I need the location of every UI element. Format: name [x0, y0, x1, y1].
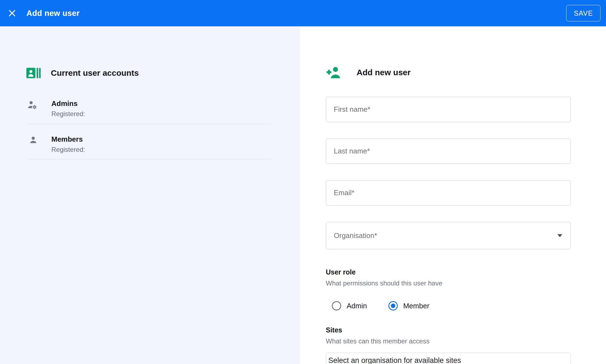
user-role-hint: What permissions should this user have [326, 279, 606, 287]
add-new-user-screen: Add new user SAVE Current user accounts [0, 0, 606, 364]
page-title: Add new user [26, 9, 80, 18]
chevron-down-icon [557, 234, 562, 237]
user-accounts-card-icon [26, 68, 41, 79]
group-label-members: Members [51, 135, 85, 144]
add-user-form-panel: Add new user Organisation* User role Wha… [300, 26, 606, 364]
divider [27, 124, 271, 124]
organisation-placeholder: Organisation* [334, 231, 377, 240]
top-app-bar: Add new user SAVE [0, 0, 606, 26]
role-radio-member[interactable]: Member [388, 301, 429, 310]
first-name-input[interactable] [326, 97, 571, 122]
user-role-radio-group: Admin Member [326, 301, 606, 311]
radio-admin-icon[interactable] [332, 301, 341, 310]
person-add-icon [326, 67, 341, 78]
current-users-panel: Current user accounts [0, 26, 300, 364]
close-button[interactable] [6, 7, 18, 19]
user-group-admins: Admins Registered: [27, 99, 300, 124]
sites-select[interactable]: Select an organisation for available sit… [326, 353, 571, 364]
sites-hint: What sites can this member access [326, 337, 606, 345]
group-registered-members: Registered: [51, 145, 85, 154]
sites-heading: Sites [326, 326, 606, 334]
current-users-header: Current user accounts [27, 66, 300, 80]
group-registered-admins: Registered: [51, 110, 85, 118]
organisation-select[interactable]: Organisation* [326, 222, 571, 249]
current-users-heading: Current user accounts [51, 68, 139, 78]
manage-accounts-icon [27, 99, 51, 110]
user-group-members: Members Registered: [27, 135, 300, 159]
role-admin-label: Admin [347, 302, 367, 310]
close-icon [8, 9, 16, 17]
add-user-heading: Add new user [357, 68, 411, 77]
role-member-label: Member [403, 302, 429, 310]
sites-select-placeholder: Select an organisation for available sit… [328, 356, 461, 364]
last-name-input[interactable] [326, 138, 571, 164]
email-input[interactable] [326, 180, 571, 206]
content-split: Current user accounts [0, 26, 606, 364]
radio-member-icon[interactable] [388, 301, 398, 310]
save-button[interactable]: SAVE [566, 5, 601, 21]
person-icon [27, 135, 51, 145]
divider [27, 159, 271, 159]
add-user-header: Add new user [326, 65, 606, 80]
user-role-heading: User role [326, 268, 606, 276]
group-label-admins: Admins [51, 99, 85, 108]
role-radio-admin[interactable]: Admin [332, 301, 367, 310]
